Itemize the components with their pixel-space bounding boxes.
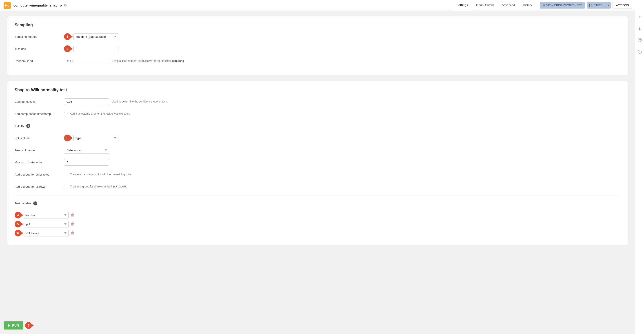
treat-column-control: Categorical Numerical xyxy=(64,147,620,154)
split-by-text: Split by xyxy=(14,124,24,128)
variable-select-1[interactable]: pH alcohol sulphates type xyxy=(24,221,68,228)
saved-icon: 💾 xyxy=(589,4,592,7)
variable-row-1: 5 pH alcohol sulphates type 🗑 xyxy=(14,221,620,228)
variable-select-2[interactable]: sulphates alcohol pH type xyxy=(24,230,68,236)
clock-sidebar-icon[interactable] xyxy=(636,48,643,55)
delete-variable-1[interactable]: 🗑 xyxy=(71,222,74,226)
timestamp-hint: Add a timestamp of when the recipe was e… xyxy=(70,112,620,115)
tab-settings[interactable]: Settings xyxy=(452,0,472,10)
app-title: compute_winequality_shapiro ⚙ xyxy=(14,3,452,8)
all-rows-checkbox[interactable] xyxy=(64,185,67,188)
max-cat-input[interactable] xyxy=(64,159,109,166)
view-origin-label: VIEW ORIGIN WORKSHEET xyxy=(546,4,582,7)
split-column-label: Split column xyxy=(14,136,64,140)
sampling-method-control: 1 Random (approx. ratio) Sequential Stra… xyxy=(64,33,620,40)
delete-variable-0[interactable]: 🗑 xyxy=(71,213,74,217)
sampling-section: Sampling Sampling method 1 Random (appro… xyxy=(7,16,628,76)
variable-select-0[interactable]: alcohol pH sulphates type xyxy=(24,212,68,218)
saved-caret-button[interactable]: ▾ xyxy=(606,2,611,8)
view-icon: ⊞ xyxy=(543,4,545,7)
content-area: Sampling Sampling method 1 Random (appro… xyxy=(0,11,635,334)
max-cat-label: Max nb. of categories xyxy=(14,161,64,164)
main-layout: Sampling Sampling method 1 Random (appro… xyxy=(0,11,644,334)
split-by-info-icon[interactable]: i xyxy=(26,124,30,128)
delete-variable-2[interactable]: 🗑 xyxy=(71,231,74,235)
confidence-input[interactable] xyxy=(64,98,109,105)
random-seed-hint: Using a fixed random seed allows for rep… xyxy=(112,59,620,62)
saved-label: SAVED! xyxy=(594,4,603,7)
step5-badge: 5 xyxy=(14,221,21,228)
split-by-label: Split by i xyxy=(14,124,64,128)
saved-group: 💾 SAVED! ▾ xyxy=(587,2,611,8)
treat-column-select[interactable]: Categorical Numerical xyxy=(64,147,109,154)
random-seed-label: Random seed xyxy=(14,59,64,63)
split-column-row: Split column 3 type alcohol pH sulphates xyxy=(14,134,620,142)
pct-use-label: % to use xyxy=(14,47,64,50)
seed-hint-strong: sampling xyxy=(172,59,184,62)
timestamp-row: Add computation timestamp Add a timestam… xyxy=(14,110,620,118)
other-rows-row: Add a group for other rows Creates an ex… xyxy=(14,170,620,178)
random-seed-input[interactable] xyxy=(64,58,109,64)
max-cat-control xyxy=(64,159,620,166)
random-seed-control: Using a fixed random seed allows for rep… xyxy=(64,58,620,64)
treat-column-label: Treat column as xyxy=(14,148,64,152)
sampling-method-label: Sampling method xyxy=(14,35,64,38)
step6-circle: 6 xyxy=(14,230,21,236)
app-logo: Ho xyxy=(4,2,11,9)
confidence-row: Confidence level Used to determine the c… xyxy=(14,98,620,106)
nav-tabs: Settings Input / Output Advanced History xyxy=(452,0,536,10)
step5-circle: 5 xyxy=(14,221,21,228)
confidence-hint: Used to determine the confidence level o… xyxy=(112,100,620,103)
step4-badge: 4 xyxy=(14,212,21,218)
treat-column-row: Treat column as Categorical Numerical xyxy=(14,146,620,154)
max-cat-row: Max nb. of categories xyxy=(14,158,620,166)
split-column-select[interactable]: type alcohol pH sulphates xyxy=(74,135,118,142)
app-title-text: compute_winequality_shapiro xyxy=(14,3,62,7)
play-icon xyxy=(8,324,10,327)
plus-sidebar-icon[interactable]: ＋ xyxy=(636,14,643,20)
view-origin-button[interactable]: ⊞ VIEW ORIGIN WORKSHEET xyxy=(540,2,585,8)
topbar-actions: ⊞ VIEW ORIGIN WORKSHEET 💾 SAVED! ▾ ACTIO… xyxy=(540,2,640,9)
step3-circle: 3 xyxy=(64,135,71,142)
test-variable-info-icon[interactable]: i xyxy=(33,202,37,206)
step3-badge: 3 xyxy=(64,135,71,142)
all-rows-row: Add a group for all rows Creates a group… xyxy=(14,183,620,190)
other-rows-control: Creates an extra group for all other, re… xyxy=(64,173,620,176)
seed-hint-text: Using a fixed random seed allows for rep… xyxy=(112,59,172,62)
run-button-area: RUN 7 xyxy=(4,322,32,330)
confidence-label: Confidence level xyxy=(14,100,64,104)
test-variable-text: Test variable xyxy=(14,202,31,205)
other-rows-checkbox[interactable] xyxy=(64,173,67,176)
variable-row-0: 4 alcohol pH sulphates type 🗑 xyxy=(14,212,620,218)
timestamp-control: Add a timestamp of when the recipe was e… xyxy=(64,112,620,115)
step7-badge: 7 xyxy=(25,322,32,329)
svg-point-0 xyxy=(638,38,642,42)
actions-button[interactable]: ACTIONS xyxy=(612,2,632,9)
step2-badge: 2 xyxy=(64,46,71,52)
test-variable-label: Test variable i xyxy=(14,202,64,206)
settings-icon[interactable]: ⚙ xyxy=(64,3,67,8)
tab-input-output[interactable]: Input / Output xyxy=(472,0,498,10)
tab-advanced[interactable]: Advanced xyxy=(498,0,519,10)
info-sidebar-icon[interactable]: ℹ xyxy=(636,25,643,32)
step1-badge: 1 xyxy=(64,33,71,40)
right-sidebar: ＋ ℹ xyxy=(635,0,644,334)
variable-row-2: 6 sulphates alcohol pH type 🗑 xyxy=(14,230,620,236)
split-by-header-row: Split by i xyxy=(14,122,620,130)
sampling-method-row: Sampling method 1 Random (approx. ratio)… xyxy=(14,33,620,40)
run-button[interactable]: RUN xyxy=(4,322,23,330)
test-variable-header-row: Test variable i xyxy=(14,200,620,207)
topbar: Ho compute_winequality_shapiro ⚙ Setting… xyxy=(0,0,644,11)
timestamp-checkbox[interactable] xyxy=(64,112,67,115)
other-rows-label: Add a group for other rows xyxy=(14,173,64,176)
all-rows-hint: Creates a group for all rows in the inpu… xyxy=(70,185,620,188)
tab-history[interactable]: History xyxy=(519,0,536,10)
confidence-control: Used to determine the confidence level o… xyxy=(64,98,620,105)
sampling-method-select[interactable]: Random (approx. ratio) Sequential Strati… xyxy=(74,34,118,40)
saved-button[interactable]: 💾 SAVED! xyxy=(587,2,606,8)
pct-use-input[interactable] xyxy=(74,46,118,52)
chat-sidebar-icon[interactable] xyxy=(636,37,643,43)
other-rows-hint: Creates an extra group for all other, re… xyxy=(70,173,620,176)
all-rows-control: Creates a group for all rows in the inpu… xyxy=(64,185,620,188)
split-column-control: 3 type alcohol pH sulphates xyxy=(64,135,620,142)
